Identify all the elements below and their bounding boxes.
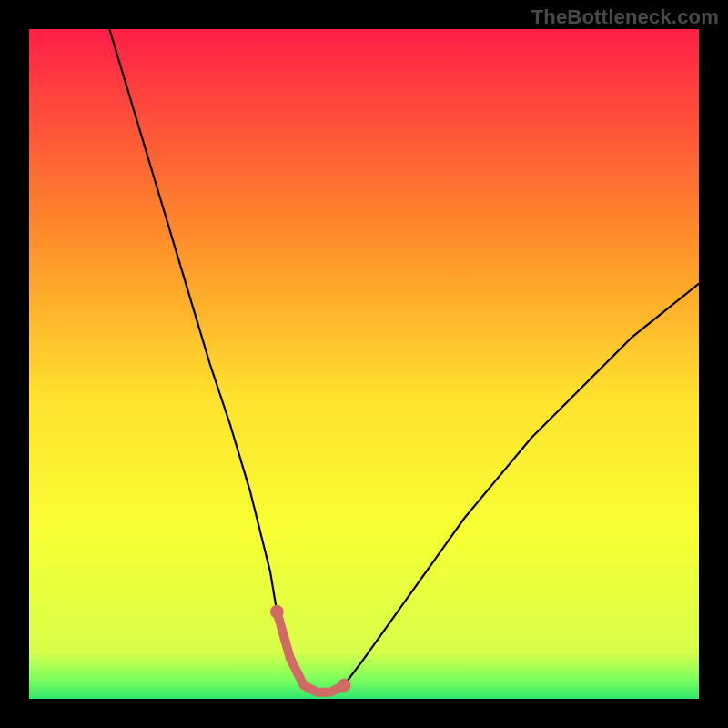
watermark-text: TheBottleneck.com bbox=[531, 5, 719, 29]
chart-stage: TheBottleneck.com bbox=[0, 0, 728, 728]
plot-background bbox=[29, 29, 699, 699]
optimal-zone-dot bbox=[270, 605, 284, 619]
bottleneck-chart bbox=[0, 0, 728, 728]
optimal-zone-dot bbox=[337, 679, 350, 693]
